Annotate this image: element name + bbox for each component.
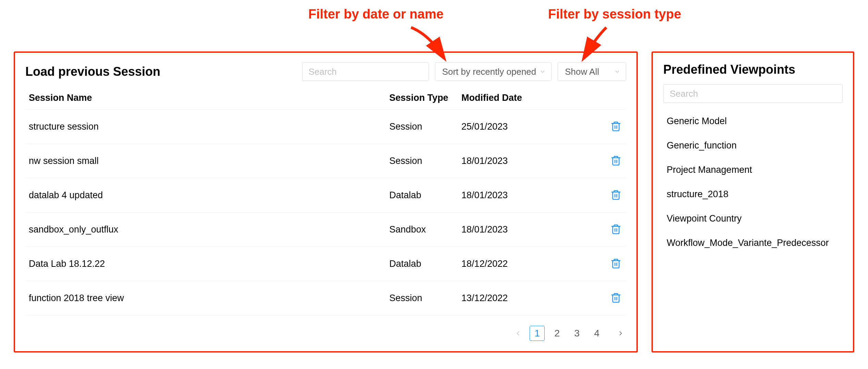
- page-1[interactable]: 1: [530, 326, 545, 341]
- table-row[interactable]: structure sessionSession25/01/2023: [25, 110, 626, 144]
- pagination: 1234: [25, 326, 626, 341]
- table-row[interactable]: function 2018 tree viewSession13/12/2022: [25, 281, 626, 316]
- predefined-viewpoints-panel: Predefined Viewpoints Generic ModelGener…: [652, 51, 854, 353]
- chevron-down-icon: [614, 69, 620, 75]
- session-date: 13/12/2022: [458, 281, 566, 316]
- page-2[interactable]: 2: [549, 326, 565, 341]
- page-prev[interactable]: [512, 329, 523, 338]
- session-type: Datalab: [386, 247, 458, 281]
- delete-button[interactable]: [609, 188, 623, 202]
- trash-icon: [610, 292, 621, 303]
- load-previous-session-panel: Load previous Session Sort by recently o…: [14, 51, 638, 353]
- session-type: Session: [386, 281, 458, 316]
- session-date: 18/12/2022: [458, 247, 566, 281]
- list-item[interactable]: Viewpoint Country: [663, 206, 843, 231]
- viewpoints-title: Predefined Viewpoints: [663, 62, 843, 77]
- delete-button[interactable]: [609, 291, 623, 305]
- type-filter-select[interactable]: Show All: [558, 62, 626, 81]
- table-row[interactable]: sandbox_only_outfluxSandbox18/01/2023: [25, 213, 626, 247]
- session-date: 25/01/2023: [458, 110, 566, 144]
- page-3[interactable]: 3: [569, 326, 584, 341]
- trash-icon: [610, 189, 621, 200]
- table-row[interactable]: datalab 4 updatedDatalab18/01/2023: [25, 178, 626, 213]
- page-4[interactable]: 4: [589, 326, 604, 341]
- table-row[interactable]: Data Lab 18.12.22Datalab18/12/2022: [25, 247, 626, 281]
- table-row[interactable]: nw session smallSession18/01/2023: [25, 144, 626, 178]
- col-header-type: Session Type: [386, 88, 458, 110]
- sessions-table-header: Session Name Session Type Modified Date: [25, 88, 626, 110]
- sessions-title: Load previous Session: [25, 64, 160, 79]
- trash-icon: [610, 155, 621, 166]
- col-header-name: Session Name: [25, 88, 386, 110]
- trash-icon: [610, 258, 621, 269]
- page-next[interactable]: [615, 329, 626, 338]
- type-filter-value: Show All: [565, 67, 599, 77]
- sort-select[interactable]: Sort by recently opened: [435, 62, 552, 81]
- trash-icon: [610, 224, 621, 235]
- session-date: 18/01/2023: [458, 144, 566, 178]
- session-name: Data Lab 18.12.22: [25, 247, 386, 281]
- session-type: Session: [386, 144, 458, 178]
- list-item[interactable]: Generic Model: [663, 109, 843, 133]
- list-item[interactable]: structure_2018: [663, 182, 843, 206]
- session-name: structure session: [25, 110, 386, 144]
- session-date: 18/01/2023: [458, 213, 566, 247]
- col-header-date: Modified Date: [458, 88, 566, 110]
- session-name: sandbox_only_outflux: [25, 213, 386, 247]
- delete-button[interactable]: [609, 222, 623, 236]
- sessions-search-input[interactable]: [302, 62, 429, 81]
- list-item[interactable]: Workflow_Mode_Variante_Predecessor: [663, 231, 843, 255]
- list-item[interactable]: Project Management: [663, 158, 843, 182]
- trash-icon: [610, 121, 621, 132]
- list-item[interactable]: Generic_function: [663, 133, 843, 158]
- sort-select-value: Sort by recently opened: [442, 67, 536, 77]
- session-type: Session: [386, 110, 458, 144]
- delete-button[interactable]: [609, 119, 623, 133]
- delete-button[interactable]: [609, 154, 623, 167]
- annotation-filter-date-name: Filter by date or name: [308, 7, 444, 22]
- viewpoints-list: Generic ModelGeneric_functionProject Man…: [663, 109, 843, 255]
- session-type: Sandbox: [386, 213, 458, 247]
- session-type: Datalab: [386, 178, 458, 213]
- session-name: function 2018 tree view: [25, 281, 386, 316]
- sessions-table: Session Name Session Type Modified Date …: [25, 88, 626, 316]
- session-date: 18/01/2023: [458, 178, 566, 213]
- chevron-down-icon: [540, 69, 546, 75]
- delete-button[interactable]: [609, 257, 623, 270]
- viewpoints-search-input[interactable]: [663, 84, 843, 103]
- session-name: nw session small: [25, 144, 386, 178]
- annotation-filter-session-type: Filter by session type: [548, 7, 681, 22]
- session-name: datalab 4 updated: [25, 178, 386, 213]
